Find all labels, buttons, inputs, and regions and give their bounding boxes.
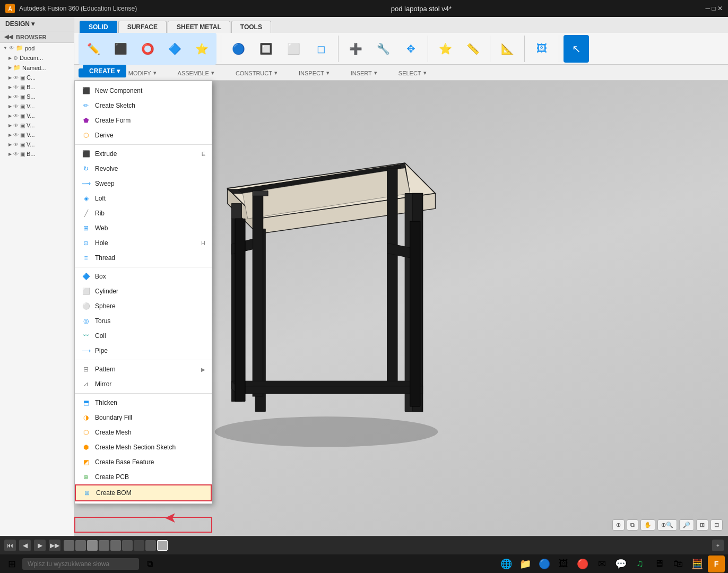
taskbar-chrome-icon[interactable]: 🔵 bbox=[536, 555, 553, 572]
menu-pattern[interactable]: ⊟ Pattern ▶ bbox=[75, 362, 212, 377]
eye-icon[interactable]: 👁 bbox=[13, 142, 19, 147]
menu-create-pcb[interactable]: ⊕ Create PCB bbox=[75, 470, 212, 484]
toolbar-joint2[interactable]: 🔧 bbox=[370, 35, 396, 63]
timeline-step[interactable] bbox=[64, 540, 74, 551]
toolbar-draft[interactable]: ◻ bbox=[308, 35, 334, 63]
toolbar-inspect[interactable]: 📐 bbox=[495, 35, 520, 63]
toolbar-hole[interactable]: ⭐ bbox=[189, 35, 214, 63]
viewport-grid-btn[interactable]: ⊞ bbox=[696, 519, 708, 531]
taskbar-teams-icon[interactable]: 💬 bbox=[612, 555, 629, 572]
menu-thicken[interactable]: ⬒ Thicken bbox=[75, 395, 212, 410]
menu-hole[interactable]: ⊙ Hole H bbox=[75, 236, 212, 250]
toolbar-chamfer[interactable]: 🔲 bbox=[253, 35, 279, 63]
toolbar-select[interactable]: ↖ bbox=[564, 35, 589, 63]
browser-item-pod[interactable]: ▼ 👁 📁 pod bbox=[0, 43, 74, 53]
toolbar-shell[interactable]: ⬜ bbox=[281, 35, 306, 63]
timeline-add-btn[interactable]: + bbox=[712, 540, 724, 551]
eye-icon[interactable]: 👁 bbox=[13, 75, 19, 81]
viewport-fit-btn[interactable]: 🔎 bbox=[679, 519, 694, 531]
taskbar-store-icon[interactable]: 🛍 bbox=[670, 555, 687, 572]
taskbar-photos-icon[interactable]: 🖼 bbox=[555, 555, 572, 572]
eye-icon[interactable]: 👁 bbox=[13, 113, 19, 119]
browser-item-v5[interactable]: ▶ 👁 ▣ V... bbox=[0, 140, 74, 149]
group-inspect[interactable]: INSPECT ▾ bbox=[288, 70, 340, 76]
timeline-step[interactable] bbox=[87, 540, 98, 551]
windows-start-btn[interactable]: ⊞ bbox=[3, 555, 20, 572]
menu-cylinder[interactable]: ⬜ Cylinder bbox=[75, 284, 212, 299]
toolbar-insert[interactable]: 🖼 bbox=[529, 35, 554, 63]
toolbar-sweep[interactable]: 🔷 bbox=[162, 35, 187, 63]
tab-sheetmetal[interactable]: SHEET METAL bbox=[168, 21, 230, 33]
eye-icon[interactable]: 👁 bbox=[13, 132, 19, 138]
group-construct[interactable]: CONSTRUCT ▾ bbox=[225, 70, 288, 76]
browser-item-named[interactable]: ▶ 📁 Named... bbox=[0, 63, 74, 73]
toolbar-revolve[interactable]: ⭕ bbox=[135, 35, 160, 63]
menu-torus[interactable]: ◎ Torus bbox=[75, 314, 212, 328]
group-insert[interactable]: INSERT ▾ bbox=[340, 70, 388, 76]
menu-create-base-feature[interactable]: ◩ Create Base Feature bbox=[75, 455, 212, 470]
toolbar-plane[interactable]: ⭐ bbox=[432, 35, 458, 63]
taskbar-spotify-icon[interactable]: ♫ bbox=[631, 555, 648, 572]
toolbar-new-sketch[interactable]: ✏️ bbox=[81, 35, 106, 63]
timeline-next-btn[interactable]: ▶▶ bbox=[49, 540, 60, 551]
taskbar-multitask-icon[interactable]: ⧉ bbox=[141, 555, 158, 572]
menu-create-mesh[interactable]: ⬡ Create Mesh bbox=[75, 425, 212, 440]
timeline-start-btn[interactable]: ⏮ bbox=[4, 540, 16, 551]
taskbar-fusion-icon[interactable]: F bbox=[708, 555, 725, 572]
eye-icon[interactable]: 👁 bbox=[9, 45, 14, 51]
menu-extrude[interactable]: ⬛ Extrude E bbox=[75, 146, 212, 161]
taskbar-mail-icon[interactable]: ✉ bbox=[593, 555, 610, 572]
menu-rib[interactable]: ╱ Rib bbox=[75, 206, 212, 221]
browser-item-b2[interactable]: ▶ 👁 ▣ B... bbox=[0, 149, 74, 159]
viewport-pan-btn[interactable]: ✋ bbox=[640, 519, 655, 531]
tab-surface[interactable]: SURFACE bbox=[118, 21, 167, 33]
taskbar-folder-icon[interactable]: 📁 bbox=[517, 555, 534, 572]
menu-sphere[interactable]: ⚪ Sphere bbox=[75, 299, 212, 314]
menu-boundary-fill[interactable]: ◑ Boundary Fill bbox=[75, 410, 212, 425]
design-button[interactable]: DESIGN ▾ bbox=[0, 17, 74, 31]
eye-icon[interactable]: 👁 bbox=[13, 151, 19, 157]
menu-derive[interactable]: ⬡ Derive bbox=[75, 128, 212, 143]
browser-item-s[interactable]: ▶ 👁 ▣ S... bbox=[0, 92, 74, 101]
viewport-camera-btn[interactable]: ⧉ bbox=[627, 519, 638, 531]
group-assemble[interactable]: ASSEMBLE ▾ bbox=[167, 70, 225, 76]
timeline-step[interactable] bbox=[134, 540, 144, 551]
menu-sweep[interactable]: ⟿ Sweep bbox=[75, 176, 212, 191]
menu-mirror[interactable]: ⊿ Mirror bbox=[75, 377, 212, 392]
menu-create-form[interactable]: ⬟ Create Form bbox=[75, 113, 212, 128]
timeline-play-btn[interactable]: ▶ bbox=[34, 540, 46, 551]
browser-item-v3[interactable]: ▶ 👁 ▣ V... bbox=[0, 120, 74, 130]
timeline-step[interactable] bbox=[99, 540, 109, 551]
browser-item-v4[interactable]: ▶ 👁 ▣ V... bbox=[0, 130, 74, 140]
tab-solid[interactable]: SOLID bbox=[80, 21, 117, 33]
menu-new-component[interactable]: ⬛ New Component bbox=[75, 83, 212, 98]
viewport-display-btn[interactable]: ⊟ bbox=[710, 519, 723, 531]
menu-create-mesh-section[interactable]: ⬢ Create Mesh Section Sketch bbox=[75, 440, 212, 455]
menu-pipe[interactable]: ⟶ Pipe bbox=[75, 343, 212, 358]
browser-item-v1[interactable]: ▶ 👁 ▣ V... bbox=[0, 101, 74, 111]
toolbar-joint[interactable]: ➕ bbox=[343, 35, 368, 63]
menu-coil[interactable]: 〰 Coil bbox=[75, 328, 212, 343]
eye-icon[interactable]: 👁 bbox=[13, 94, 19, 100]
taskbar-browser-icon[interactable]: 🌐 bbox=[498, 555, 515, 572]
timeline-step[interactable] bbox=[122, 540, 133, 551]
menu-loft[interactable]: ◈ Loft bbox=[75, 191, 212, 206]
browser-item-v2[interactable]: ▶ 👁 ▣ V... bbox=[0, 111, 74, 120]
taskbar-chrome2-icon[interactable]: 🔴 bbox=[574, 555, 591, 572]
taskbar-calc-icon[interactable]: 🧮 bbox=[689, 555, 706, 572]
timeline-step-active[interactable] bbox=[157, 540, 168, 551]
browser-item-document[interactable]: ▶ ⚙ Docum... bbox=[0, 53, 74, 63]
menu-box[interactable]: 🔷 Box bbox=[75, 269, 212, 284]
window-controls[interactable]: ─ □ ✕ bbox=[706, 5, 723, 12]
toolbar-extrude[interactable]: ⬛ bbox=[108, 35, 133, 63]
timeline-step[interactable] bbox=[145, 540, 156, 551]
menu-revolve[interactable]: ↻ Revolve bbox=[75, 161, 212, 176]
eye-icon[interactable]: 👁 bbox=[13, 103, 19, 109]
menu-thread[interactable]: ≡ Thread bbox=[75, 250, 212, 265]
timeline-prev-btn[interactable]: ◀ bbox=[19, 540, 31, 551]
browser-header[interactable]: ◀◀ BROWSER bbox=[0, 31, 74, 43]
windows-search-input[interactable] bbox=[22, 558, 139, 570]
timeline-step[interactable] bbox=[75, 540, 86, 551]
timeline-step[interactable] bbox=[110, 540, 121, 551]
browser-item-c[interactable]: ▶ 👁 ▣ C... bbox=[0, 73, 74, 82]
